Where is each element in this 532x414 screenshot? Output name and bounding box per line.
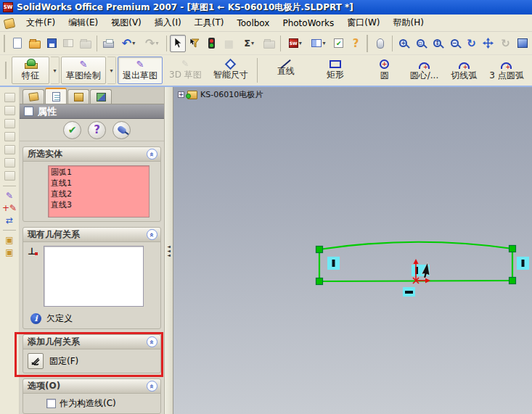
vertex-handle[interactable] [316, 247, 323, 253]
collapse-chevron-icon[interactable]: » [147, 149, 157, 160]
help-button[interactable]: ? [348, 35, 364, 52]
exit-sketch-button[interactable]: ✎退出草图 [118, 57, 163, 84]
undo-button[interactable]: ↶▾ [117, 35, 139, 52]
ok-button[interactable]: ✔ [63, 121, 81, 139]
tab-propertymanager[interactable] [45, 88, 67, 104]
undo-dropdown-icon[interactable]: ▾ [132, 40, 135, 46]
graphics-viewport[interactable]: + KS-06010电极片 [173, 87, 532, 414]
document-menu-icon[interactable] [3, 17, 16, 29]
menu-file[interactable]: 文件(F) [20, 15, 61, 31]
print-icon [103, 41, 114, 48]
menu-window[interactable]: 窗口(W) [341, 15, 385, 31]
shadows-icon[interactable] [4, 158, 15, 167]
vertex-handle[interactable] [510, 278, 516, 284]
rotate-view-button[interactable]: ↻ [463, 35, 479, 52]
menu-toolbox[interactable]: Toolbox [231, 16, 275, 30]
toolbar-grip[interactable] [367, 35, 369, 52]
redo-button: ↷▾ [141, 35, 163, 52]
panel-help-button[interactable]: ? [88, 121, 106, 139]
zoom-to-area-button[interactable]: ▫ [412, 35, 428, 52]
measure-button[interactable]: Σ▾ [238, 35, 261, 52]
list-item[interactable]: 直线2 [51, 189, 147, 199]
sketch-arc[interactable] [319, 242, 512, 249]
panel-splitter[interactable]: ◄ ◄ ◄ [164, 87, 173, 414]
toolbar-separator [166, 36, 167, 51]
save-button[interactable] [44, 35, 60, 52]
menu-tools[interactable]: 工具(T) [189, 15, 230, 31]
construction-line-label: 作为构造线(C) [60, 397, 116, 410]
menu-photoworks[interactable]: PhotoWorks [277, 16, 340, 30]
zoom-to-fit-button[interactable]: + [396, 35, 412, 52]
convert-entities-icon[interactable]: ▣ [5, 236, 13, 244]
offset-entities-icon[interactable]: ▣ [5, 248, 13, 257]
hidden-lines-removed-icon[interactable] [4, 119, 15, 128]
selected-entities-header[interactable]: 所选实体 » [23, 147, 160, 162]
tab-featuremanager[interactable] [22, 89, 44, 104]
hidden-lines-visible-icon[interactable] [4, 106, 15, 115]
tab-configurationmanager[interactable] [67, 89, 89, 104]
list-item[interactable]: 直线1 [51, 178, 147, 189]
split-dropdown-icon[interactable]: ▾ [322, 40, 325, 46]
features-button[interactable]: 特征 [12, 57, 49, 84]
toolbar-grip[interactable] [4, 35, 7, 52]
rectangle-button[interactable]: 矩形 [316, 57, 354, 84]
vertex-handle[interactable] [510, 246, 516, 252]
pin-button[interactable] [112, 121, 131, 139]
collapse-chevron-icon[interactable]: » [147, 336, 157, 347]
stop-macro-button[interactable] [204, 35, 220, 52]
options-button[interactable]: ✔ [330, 35, 346, 52]
zoom-to-selection-button[interactable]: − [446, 35, 462, 52]
shaded-icon[interactable] [4, 145, 15, 154]
sketch-dropdown[interactable]: ▾ [107, 57, 116, 84]
list-item[interactable]: 直线3 [51, 199, 147, 210]
sketch-drawing[interactable] [173, 87, 531, 414]
selection-filter-button[interactable] [187, 35, 202, 52]
collapse-chevron-icon[interactable]: » [147, 229, 157, 240]
add-relations-header[interactable]: 添加几何关系 » [23, 335, 160, 349]
sketch-3d-button: ✎3D 草图 [164, 57, 207, 84]
select-move-button[interactable] [372, 35, 388, 52]
fix-relation-button[interactable] [28, 353, 44, 369]
tangent-arc-button[interactable]: 切线弧 [445, 57, 483, 84]
print-button[interactable] [100, 35, 116, 52]
tab-displaymanager[interactable] [90, 89, 112, 104]
smart-dimension-button[interactable]: 智能尺寸 [208, 57, 253, 84]
open-button[interactable] [26, 35, 42, 52]
shaded-with-edges-icon[interactable] [4, 132, 15, 141]
split-window-button[interactable]: ▾ [307, 35, 330, 52]
selected-entities-list[interactable]: 圆弧1 直线1 直线2 直线3 [48, 165, 150, 218]
vertex-handle[interactable] [316, 278, 323, 285]
solidworks-resources-button[interactable]: SW▾ [284, 35, 306, 52]
options-header[interactable]: 选项(O) » [23, 379, 160, 394]
move-entities-icon[interactable]: ⇄ [6, 216, 13, 225]
circle-button[interactable]: +圆 [366, 57, 404, 84]
features-dropdown[interactable]: ▾ [51, 57, 60, 84]
add-point-icon[interactable]: +✎ [2, 204, 17, 212]
resources-dropdown-icon[interactable]: ▾ [299, 40, 302, 46]
existing-relations-list[interactable] [44, 246, 144, 307]
zoom-in-out-button[interactable]: ↕ [430, 35, 446, 52]
centerpoint-arc-button[interactable]: 圆心/... [405, 57, 444, 84]
edit-sketch-icon[interactable]: ✎ [6, 191, 13, 200]
pan-button[interactable] [480, 35, 496, 52]
section-view-icon[interactable] [4, 171, 15, 181]
existing-relations-header[interactable]: 现有几何关系 » [23, 228, 160, 242]
menu-edit[interactable]: 编辑(E) [62, 15, 104, 31]
measure-dropdown-icon[interactable]: ▾ [251, 40, 254, 46]
menu-help[interactable]: 帮助(H) [388, 15, 430, 31]
sketch-button[interactable]: ✎草图绘制 [61, 57, 106, 84]
wireframe-view-icon[interactable] [4, 93, 15, 102]
three-point-arc-button[interactable]: 3 点圆弧 [484, 57, 528, 84]
line-button[interactable]: 直线 [267, 57, 305, 84]
construction-line-checkbox[interactable] [46, 399, 56, 408]
disabled-tool-icon [263, 41, 275, 49]
select-button[interactable] [170, 35, 186, 52]
toolbar-grip[interactable] [5, 62, 8, 79]
list-item[interactable]: 圆弧1 [51, 167, 147, 178]
menu-view[interactable]: 视图(V) [105, 15, 147, 31]
shaded-view-button[interactable] [515, 35, 531, 52]
collapse-chevron-icon[interactable]: » [147, 381, 157, 392]
new-button[interactable] [9, 35, 25, 52]
menu-insert[interactable]: 插入(I) [149, 15, 187, 31]
title-bar[interactable]: SW SolidWorks Office Premium 2007 - [草图1… [0, 0, 532, 15]
